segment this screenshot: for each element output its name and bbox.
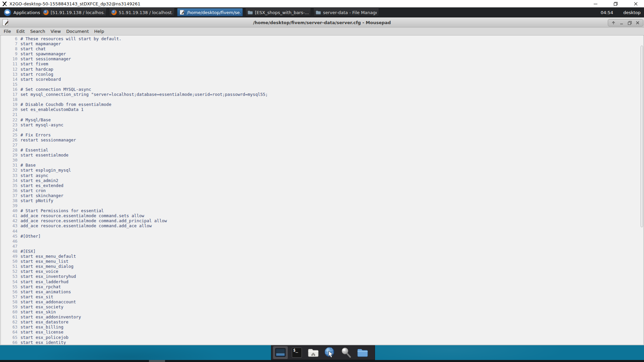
- dock-home-folder-button[interactable]: [306, 346, 321, 359]
- code-line: 42add_ace resource.essentialmode command…: [0, 218, 644, 223]
- code-text: start hardcap: [20, 67, 53, 72]
- host-minimize-button[interactable]: [591, 0, 600, 7]
- line-number: 12: [0, 67, 20, 72]
- panel-clock[interactable]: 04:54: [601, 10, 613, 15]
- code-line: 59start esx_society: [0, 304, 644, 309]
- line-number: 45: [0, 234, 20, 239]
- line-number: 31: [0, 163, 20, 168]
- line-number: 23: [0, 122, 20, 127]
- code-line: 25# Fix Errors: [0, 132, 644, 137]
- line-number: 51: [0, 264, 20, 269]
- dock-web-browser-button[interactable]: [322, 346, 337, 359]
- code-line: 21: [0, 112, 644, 117]
- line-number: 26: [0, 137, 20, 142]
- task-window-button[interactable]: 51.91.19.138 / localhost...: [109, 8, 175, 16]
- code-line: 28# Essential: [0, 147, 644, 153]
- line-number: 16: [0, 87, 20, 92]
- line-number: 49: [0, 254, 20, 259]
- task-window-label: /home/desktop/fivem/se...: [187, 10, 240, 15]
- code-line: 48#[ESX]: [0, 249, 644, 254]
- code-line: 14start scoreboard: [0, 77, 644, 82]
- code-text: start cron: [20, 188, 46, 193]
- host-close-button[interactable]: [631, 0, 640, 7]
- code-text: start es_admin2: [20, 178, 58, 183]
- code-line: 16# Set connection MYSQL-async: [0, 87, 644, 92]
- code-line: 31# Base: [0, 163, 644, 168]
- code-line: 43add_ace resource.essentialmode command…: [0, 223, 644, 228]
- line-number: 46: [0, 239, 20, 244]
- menu-view[interactable]: View: [48, 27, 64, 35]
- bottom-edge-strip: [0, 360, 644, 362]
- shade-button[interactable]: [611, 20, 616, 25]
- line-number: 47: [0, 244, 20, 249]
- task-window-button[interactable]: /home/desktop/fivem/se...: [177, 8, 243, 16]
- host-maximize-button[interactable]: [611, 0, 620, 7]
- vertical-scrollbar-thumb[interactable]: [641, 46, 643, 227]
- line-number: 38: [0, 198, 20, 203]
- mousepad-titlebar: /home/desktop/fivem/server-data/server.c…: [0, 17, 644, 27]
- code-line: 30: [0, 158, 644, 163]
- code-text: # Set connection MYSQL-async: [20, 87, 91, 92]
- code-line: 52start esx_voice: [0, 269, 644, 274]
- menu-document[interactable]: Document: [63, 27, 91, 35]
- code-line: 12start hardcap: [0, 67, 644, 72]
- code-text: start esx_sit: [20, 294, 53, 299]
- mouse-cursor: [328, 351, 335, 358]
- line-number: 10: [0, 56, 20, 61]
- code-line: 40# Start Permissions for essential: [0, 208, 644, 213]
- task-window-button[interactable]: [51.91.19.138 / localhos...: [41, 8, 107, 16]
- host-titlebar: X2GO-desktop-50-1558843143_stDXFCE_dp32@…: [0, 0, 644, 7]
- line-number: 19: [0, 102, 20, 107]
- task-window-button[interactable]: [ESX_shops_with_bars-...: [245, 8, 311, 16]
- mousepad-window-title: /home/desktop/fivem/server-data/server.c…: [0, 17, 644, 27]
- code-line: 58start esx_addonaccount: [0, 299, 644, 304]
- dock-application-finder-button[interactable]: [339, 346, 354, 359]
- line-number: 25: [0, 132, 20, 137]
- code-line: 8start chat: [0, 46, 644, 51]
- code-text: start es_extended: [20, 183, 63, 188]
- menu-edit[interactable]: Edit: [14, 27, 28, 35]
- line-number: 52: [0, 269, 20, 274]
- workspace-label[interactable]: desktop: [623, 10, 641, 15]
- code-text: start esx_datastore: [20, 319, 68, 324]
- dock-terminal-button[interactable]: $_: [289, 346, 304, 359]
- close-button[interactable]: [635, 20, 640, 25]
- line-number: 34: [0, 178, 20, 183]
- code-line: 10start sessionmanager: [0, 56, 644, 61]
- minimize-button[interactable]: [619, 20, 624, 25]
- code-text: start esx_voice: [20, 269, 58, 274]
- show-desktop-icon: [274, 347, 286, 358]
- line-number: 57: [0, 294, 20, 299]
- code-text: start mysql-async: [20, 122, 63, 127]
- code-text: start esx_addoninventory: [20, 314, 81, 319]
- editor-view[interactable]: 6# These resources will start by default…: [0, 36, 644, 345]
- dock-file-manager-button[interactable]: [355, 346, 370, 359]
- code-line: 51start esx_menu_dialog: [0, 264, 644, 269]
- line-number: 36: [0, 188, 20, 193]
- line-number: 56: [0, 289, 20, 294]
- code-text: start esx_policejob: [20, 335, 68, 340]
- mousepad-window-controls: [608, 19, 643, 26]
- maximize-button[interactable]: [627, 20, 632, 25]
- text-area[interactable]: 6# These resources will start by default…: [0, 36, 644, 345]
- code-text: start esx_ladderhud: [20, 279, 68, 284]
- code-text: start rconlog: [20, 72, 53, 77]
- line-number: 33: [0, 173, 20, 178]
- code-text: start esx_billing: [20, 324, 63, 329]
- line-number: 9: [0, 51, 20, 56]
- code-text: add_ace resource.essentialmode command.a…: [20, 218, 167, 223]
- code-line: 24: [0, 127, 644, 132]
- code-text: start esx_rpchat: [20, 284, 61, 289]
- applications-menu-button[interactable]: Applications: [1, 7, 43, 17]
- line-number: 58: [0, 299, 20, 304]
- hidden-panel-handle[interactable]: [149, 360, 165, 362]
- task-window-button[interactable]: server-data - File Manager: [313, 8, 379, 16]
- code-text: start fivem: [20, 61, 48, 66]
- menu-search[interactable]: Search: [28, 27, 48, 35]
- line-number: 43: [0, 223, 20, 228]
- menu-help[interactable]: Help: [92, 27, 107, 35]
- line-number: 39: [0, 203, 20, 208]
- dock-show-desktop-button[interactable]: [273, 346, 288, 359]
- menu-file[interactable]: File: [1, 27, 14, 35]
- code-text: start chat: [20, 46, 46, 51]
